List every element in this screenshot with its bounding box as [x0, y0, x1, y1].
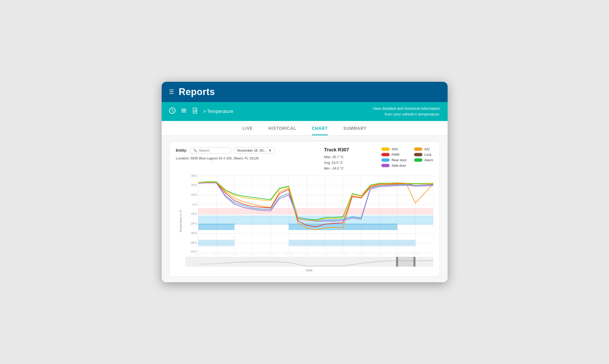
svg-rect-57 — [398, 257, 413, 267]
location-row: Location: 5835 Blue Lagoon Dr # 202, Mia… — [176, 156, 275, 160]
svg-text:10:00: 10:00 — [285, 254, 292, 254]
svg-text:12:00: 12:00 — [358, 254, 364, 254]
event-bar-1 — [198, 224, 234, 230]
minimap-handle-right[interactable] — [413, 257, 415, 267]
subheader-left: > Temperature — [169, 107, 233, 116]
lock-swatch — [414, 153, 422, 156]
main-content: Entity: 🔍 November 16 -20... ▼ Location:… — [162, 136, 448, 282]
side-door-swatch — [381, 164, 390, 167]
subheader-description: View detailed and historical information… — [373, 106, 440, 117]
alarm-swatch — [414, 158, 422, 162]
legend-label-pwr: PWR — [392, 153, 400, 157]
svg-text:12:30: 12:30 — [376, 254, 382, 254]
search-input[interactable] — [199, 149, 227, 152]
svg-text:0°C: 0°C — [193, 203, 197, 206]
x-axis-date-label: Date — [185, 268, 433, 272]
svg-text:-30°C: -30°C — [190, 232, 197, 235]
svg-text:-10°C: -10°C — [190, 213, 197, 215]
ac-swatch — [414, 147, 422, 151]
event-bar-4 — [289, 240, 415, 246]
svg-text:09:30: 09:30 — [267, 254, 274, 254]
entity-section: Entity: 🔍 November 16 -20... ▼ Location:… — [176, 147, 275, 160]
svg-text:08:30: 08:30 — [231, 254, 238, 254]
svg-text:09:00: 09:00 — [249, 254, 256, 254]
minimap[interactable] — [185, 257, 433, 268]
legend-item-lock: Lock — [414, 153, 433, 157]
chart-wrapper: Temperature in °C — [176, 174, 433, 272]
card-header: Entity: 🔍 November 16 -20... ▼ Location:… — [176, 147, 433, 171]
tab-historical[interactable]: HISTORICAL — [269, 126, 296, 135]
truck-stats: Max: 25.7 °C Avg: 23.5 °C Min: -24.0 °C — [324, 154, 366, 171]
tab-bar: LIVE HISTORICAL CHART SUMMARY — [162, 121, 448, 136]
svg-rect-5 — [181, 112, 186, 112]
legend-item-alarm: Alarm — [414, 158, 433, 162]
tab-live[interactable]: LIVE — [243, 126, 253, 135]
svg-text:30°C: 30°C — [191, 174, 197, 177]
rear-door-swatch — [381, 158, 390, 162]
legend-item-pwr: PWR — [381, 153, 407, 157]
clock-icon[interactable] — [169, 107, 176, 116]
minimap-svg — [185, 257, 433, 267]
chevron-down-icon: ▼ — [268, 149, 272, 152]
tab-summary[interactable]: SUMMARY — [343, 126, 366, 135]
menu-icon[interactable]: ☰ — [169, 89, 174, 95]
search-icon: 🔍 — [193, 149, 197, 152]
svg-text:13:00: 13:00 — [394, 254, 401, 254]
temperature-chart: 30°C 20°C 10°C 0°C -10°C -20°C -30°C -40… — [185, 174, 433, 254]
header: ☰ Reports — [162, 82, 448, 102]
legend-label-ign: IGN — [392, 147, 398, 151]
legend-item-ign: IGN — [381, 147, 407, 151]
legend-label-rear-door: Rear door — [392, 158, 407, 162]
svg-text:14:00: 14:00 — [430, 254, 433, 254]
svg-text:08:00: 08:00 — [213, 254, 220, 254]
date-range-text: November 16 -20... — [237, 149, 266, 152]
legend-item-ac: A/C — [414, 147, 433, 151]
breadcrumb: > Temperature — [203, 109, 233, 114]
rear-door-line — [198, 183, 433, 220]
svg-text:-40°C: -40°C — [190, 242, 197, 245]
legend-label-side-door: Side door — [392, 164, 406, 167]
date-dropdown[interactable]: November 16 -20... ▼ — [234, 147, 275, 154]
tab-chart[interactable]: CHART — [312, 126, 328, 135]
chart-svg-container: 30°C 20°C 10°C 0°C -10°C -20°C -30°C -40… — [185, 174, 433, 268]
legend-label-ac: A/C — [424, 147, 430, 151]
subheader: > Temperature View detailed and historic… — [162, 102, 448, 121]
truck-name: Truck R307 — [324, 147, 366, 153]
svg-text:20°C: 20°C — [191, 184, 197, 187]
svg-rect-3 — [181, 109, 186, 110]
svg-text:10:30: 10:30 — [303, 254, 310, 254]
legend-item-side-door: Side door — [381, 164, 407, 167]
minimap-handle-left[interactable] — [396, 257, 398, 267]
svg-text:10°C: 10°C — [191, 194, 197, 197]
entity-label: Entity: — [176, 148, 187, 152]
event-bar-3 — [198, 240, 234, 246]
file-plus-icon[interactable] — [192, 107, 199, 116]
svg-text:11:00: 11:00 — [321, 254, 328, 254]
svg-text:-20°C: -20°C — [190, 222, 197, 225]
search-box[interactable]: 🔍 — [190, 147, 231, 154]
ign-swatch — [381, 147, 390, 151]
svg-text:-50°C: -50°C — [190, 250, 197, 253]
y-axis-label: Temperature in °C — [179, 210, 182, 233]
truck-info: Truck R307 Max: 25.7 °C Avg: 23.5 °C Min… — [324, 147, 366, 171]
pwr-swatch — [381, 153, 390, 156]
svg-text:11:30: 11:30 — [339, 254, 346, 254]
svg-line-2 — [172, 111, 173, 111]
legend-label-alarm: Alarm — [424, 158, 433, 162]
legend: IGN PWR Rear door — [381, 147, 433, 167]
card: Entity: 🔍 November 16 -20... ▼ Location:… — [169, 141, 440, 277]
list-icon[interactable] — [180, 107, 187, 116]
svg-text:07:30: 07:30 — [195, 254, 201, 254]
pink-band — [198, 208, 433, 214]
legend-label-lock: Lock — [424, 153, 431, 157]
page-title: Reports — [179, 86, 215, 97]
svg-text:13:30: 13:30 — [412, 254, 419, 254]
app-window: ☰ Reports — [162, 82, 448, 282]
legend-item-rear-door: Rear door — [381, 158, 407, 162]
svg-rect-4 — [181, 110, 186, 111]
